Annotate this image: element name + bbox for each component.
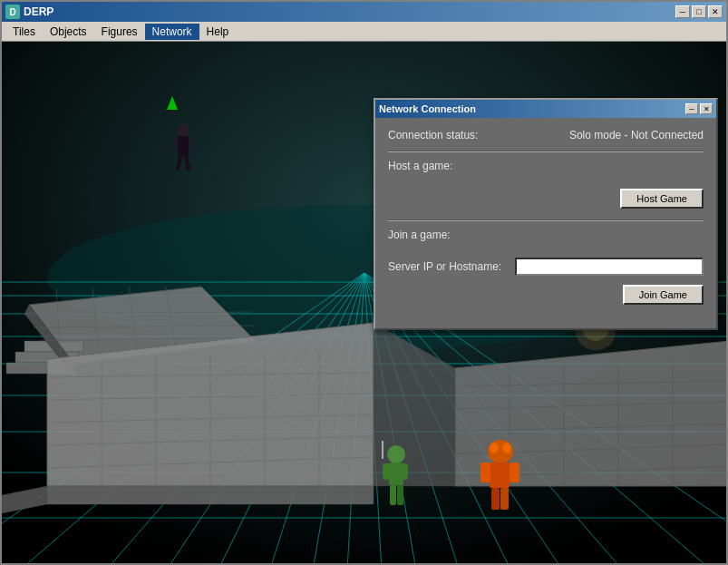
title-bar: D DERP ─ □ ✕	[2, 2, 726, 22]
close-button[interactable]: ✕	[708, 5, 723, 18]
app-window: D DERP ─ □ ✕ Tiles Objects Figures Netwo…	[0, 0, 728, 565]
host-label: Host a game:	[388, 160, 452, 172]
menu-bar: Tiles Objects Figures Network Help	[2, 22, 726, 42]
host-game-button[interactable]: Host Game	[620, 189, 704, 209]
title-bar-left: D DERP	[5, 5, 53, 19]
app-icon: D	[5, 5, 20, 19]
svg-rect-82	[491, 488, 500, 510]
network-dialog: Network Connection ─ ✕ Connection status…	[374, 98, 718, 330]
svg-point-85	[490, 443, 499, 453]
server-ip-row: Server IP or Hostname:	[388, 258, 704, 276]
svg-rect-75	[390, 485, 396, 505]
svg-point-84	[502, 443, 511, 453]
join-label: Join a game:	[388, 229, 451, 241]
server-ip-input[interactable]	[515, 258, 704, 276]
window-title: DERP	[24, 5, 53, 18]
dialog-title-buttons: ─ ✕	[685, 103, 713, 114]
minimize-button[interactable]: ─	[675, 5, 690, 18]
svg-rect-74	[401, 463, 408, 480]
dialog-title: Network Connection	[379, 103, 476, 114]
dialog-min-button[interactable]: ─	[685, 103, 698, 114]
dialog-content: Connection status: Solo mode - Not Conne…	[375, 118, 716, 328]
svg-rect-83	[500, 488, 509, 510]
menu-figures[interactable]: Figures	[94, 24, 145, 40]
menu-tiles[interactable]: Tiles	[5, 24, 43, 40]
svg-rect-80	[480, 463, 490, 482]
game-viewport: Network Connection ─ ✕ Connection status…	[2, 42, 726, 563]
separator-1	[388, 151, 704, 152]
dialog-title-bar: Network Connection ─ ✕	[375, 100, 716, 118]
svg-rect-65	[178, 136, 189, 156]
menu-help[interactable]: Help	[199, 24, 237, 40]
connection-status-row: Connection status: Solo mode - Not Conne…	[388, 129, 704, 141]
host-label-row: Host a game:	[388, 160, 704, 180]
menu-network[interactable]: Network	[145, 24, 199, 40]
main-content: Network Connection ─ ✕ Connection status…	[2, 42, 726, 563]
join-label-row: Join a game:	[388, 229, 704, 248]
server-ip-label: Server IP or Hostname:	[388, 260, 515, 273]
dialog-close-button[interactable]: ✕	[700, 103, 713, 114]
svg-point-64	[178, 124, 189, 137]
svg-rect-73	[383, 463, 390, 480]
connection-status-value: Solo mode - Not Connected	[515, 129, 704, 141]
menu-objects[interactable]: Objects	[43, 24, 94, 40]
svg-rect-81	[510, 463, 519, 482]
title-buttons: ─ □ ✕	[675, 5, 723, 18]
connection-status-label: Connection status:	[388, 129, 515, 141]
separator-2	[388, 219, 704, 221]
join-button-row: Join Game	[388, 285, 704, 305]
svg-rect-79	[490, 463, 510, 488]
join-game-button[interactable]: Join Game	[623, 285, 704, 305]
svg-marker-52	[47, 486, 374, 504]
svg-point-71	[387, 445, 405, 463]
host-button-row: Host Game	[388, 189, 704, 209]
maximize-button[interactable]: □	[692, 5, 706, 18]
svg-rect-76	[397, 485, 403, 505]
